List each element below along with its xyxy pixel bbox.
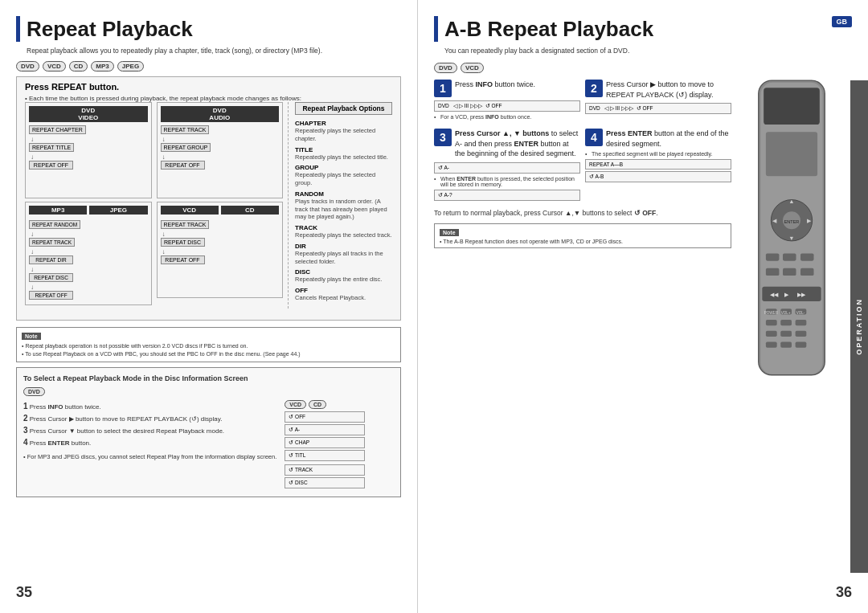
dvd-v-label-1: REPEAT CHAPTER: [29, 125, 86, 134]
option-track: TRACK Repeatedly plays the selected trac…: [295, 224, 392, 239]
svg-rect-26: [796, 320, 807, 325]
display-state-a-minus: ↺ A-: [285, 424, 365, 435]
page-number-left: 35: [16, 584, 32, 601]
left-subtitle: Repeat playback allows you to repeatedly…: [16, 47, 401, 55]
mp3-arrow-2: ↓: [31, 248, 146, 255]
step-4-number: 4: [585, 129, 603, 146]
options-col: Repeat Playback Options CHAPTER Repeated…: [288, 102, 392, 309]
step-1-content: Press INFO button twice.: [455, 80, 535, 90]
svg-rect-31: [780, 342, 792, 348]
step-2-block: 2 Press Cursor ▶ button to move to REPEA…: [585, 80, 731, 122]
left-page-title: Repeat Playback: [27, 17, 193, 42]
dvd-audio-title: DVDAUDIO: [161, 106, 280, 122]
svg-text:▼: ▼: [788, 235, 794, 242]
step-1-block: 1 Press INFO button twice. DVD ◁ ▷ III ▷…: [434, 80, 580, 122]
step-2-display: DVD ◁ ▷ III ▷▷▷ ↺ OFF: [585, 103, 731, 114]
svg-rect-15: [783, 268, 796, 276]
right-note-text: • The A-B Repeat function does not opera…: [440, 239, 726, 244]
svg-rect-13: [800, 254, 814, 261]
repeat-box-desc: • Each time the button is pressed during…: [25, 95, 392, 102]
step-4-block: 4 Press ENTER button at the end of the d…: [585, 129, 731, 202]
badge-dvd: DVD: [16, 61, 39, 72]
mp3-label-1: REPEAT RANDOM: [29, 220, 80, 229]
dvd-a-item-3: REPEAT OFF: [161, 161, 280, 170]
mp3-item-5: REPEAT OFF: [29, 291, 148, 300]
jpeg-title: JPEG: [89, 206, 147, 215]
title-accent: [16, 16, 20, 42]
step-4-note: The specified segment will be played rep…: [585, 151, 731, 157]
dvd-a-item-2: REPEAT GROUP: [161, 143, 280, 152]
mp3-arrow-4: ↓: [31, 284, 146, 291]
diagram-area: DVDVIDEO REPEAT CHAPTER ↓ REPEAT TITLE ↓…: [25, 102, 392, 309]
dvd-audio-box: DVDAUDIO REPEAT TRACK ↓ REPEAT GROUP ↓ R…: [157, 102, 284, 198]
right-left-content: DVD VCD 1 Press INFO button twice. DVD ◁…: [434, 63, 735, 402]
step-3-display2: ↺ A-?: [434, 190, 580, 201]
dvd-v-arrow-2: ↓: [31, 153, 146, 161]
svg-rect-3: [766, 132, 817, 176]
step-2-number: 2: [585, 80, 603, 97]
display-state-track: ↺ TRACK: [285, 464, 365, 476]
option-title: TITLE Repeatedly plays the selected titl…: [295, 146, 392, 161]
step-4-display2: ↺ A-B: [585, 171, 731, 182]
badge-cd: CD: [69, 61, 88, 72]
svg-text:▶▶: ▶▶: [797, 291, 806, 298]
display-state-off: ↺ OFF: [285, 411, 365, 423]
dvd-v-label-2: REPEAT TITLE: [29, 143, 74, 152]
svg-rect-11: [766, 254, 780, 261]
svg-rect-24: [766, 320, 777, 325]
option-off: OFF Cancels Repeat Playback.: [295, 287, 392, 302]
vcd-arrow-2: ↓: [162, 248, 278, 255]
svg-text:ENTER: ENTER: [784, 219, 800, 224]
step-1-number: 1: [434, 80, 452, 97]
mp3-title: MP3: [29, 206, 87, 215]
dvd-a-label-3: REPEAT OFF: [161, 161, 205, 170]
dvd-video-col: DVDVIDEO REPEAT CHAPTER ↓ REPEAT TITLE ↓…: [25, 102, 152, 309]
display-state-titl: ↺ TITL: [285, 450, 365, 461]
badge-vcd: VCD: [43, 61, 66, 72]
operation-text: OPERATION: [855, 298, 863, 355]
mp3-label-2: REPEAT TRACK: [29, 238, 75, 247]
page-number-right: 36: [836, 584, 852, 601]
mp3-label-5: REPEAT OFF: [29, 291, 73, 300]
display-state-disc: ↺ DISC: [285, 477, 365, 488]
mp3-item-1: REPEAT RANDOM: [29, 220, 148, 229]
operation-sidebar: OPERATION: [850, 80, 868, 573]
vcd-item-1: REPEAT TRACK: [161, 220, 280, 229]
right-subtitle: You can repeatedly play back a designate…: [434, 47, 852, 55]
badge-jpeg: JPEG: [117, 61, 144, 72]
svg-text:VOL+: VOL+: [781, 311, 791, 315]
dvd-audio-col: DVDAUDIO REPEAT TRACK ↓ REPEAT GROUP ↓ R…: [157, 102, 284, 309]
dvd-a-label-1: REPEAT TRACK: [161, 125, 210, 134]
badge-mp3: MP3: [91, 61, 113, 72]
mp3-label-4: REPEAT DISC: [29, 273, 73, 282]
step-3-display: ↺ A-: [434, 162, 580, 174]
right-note-title: Note: [440, 229, 459, 236]
display-state-chap: ↺ CHAP: [285, 437, 365, 448]
right-title-accent: [434, 16, 438, 42]
vcd-cd-box: VCD CD REPEAT TRACK ↓ REPEAT DISC ↓ REPE…: [157, 202, 284, 298]
step-3-content: Press Cursor ▲, ▼ buttons to select A- a…: [455, 129, 580, 159]
mp3-jpeg-box: MP3 JPEG REPEAT RANDOM ↓ REPEAT TRACK ↓ …: [25, 202, 152, 305]
right-page: GB A-B Repeat Playback You can repeatedl…: [418, 0, 868, 613]
remote-container: ▲ ▼ ◀ ▶ ENTER ◀◀ ▶ ▶▶: [747, 63, 852, 402]
remote-svg: ▲ ▼ ◀ ▶ ENTER ◀◀ ▶ ▶▶: [747, 63, 836, 400]
mp3-item-2: REPEAT TRACK: [29, 238, 148, 247]
option-disc: DISC Repeatedly plays the entire disc.: [295, 268, 392, 284]
left-note-text: • Repeat playback operation is not possi…: [22, 342, 395, 358]
svg-rect-25: [780, 320, 792, 325]
mp3-item-4: REPEAT DISC: [29, 273, 148, 282]
step-4-content: Press ENTER button at the end of the des…: [606, 129, 731, 149]
left-note-box: Note • Repeat playback operation is not …: [16, 327, 401, 362]
dvd-a-arrow-1: ↓: [162, 136, 278, 143]
right-note-box: Note • The A-B Repeat function does not …: [434, 223, 731, 248]
steps-1-2: 1 Press INFO button twice. DVD ◁ ▷ III ▷…: [434, 80, 731, 122]
svg-rect-30: [766, 342, 777, 348]
option-group: GROUP Repeatedly plays the selected grou…: [295, 164, 392, 187]
select-box-title: To Select a Repeat Playback Mode in the …: [23, 374, 394, 382]
dvd-video-title: DVDVIDEO: [29, 106, 148, 122]
dvd-video-item-3: REPEAT OFF: [29, 161, 148, 170]
left-note-title: Note: [22, 333, 41, 340]
svg-rect-16: [800, 268, 814, 276]
option-chapter: CHAPTER Repeatedly plays the selected ch…: [295, 120, 392, 143]
dvd-v-arrow-1: ↓: [31, 136, 146, 143]
